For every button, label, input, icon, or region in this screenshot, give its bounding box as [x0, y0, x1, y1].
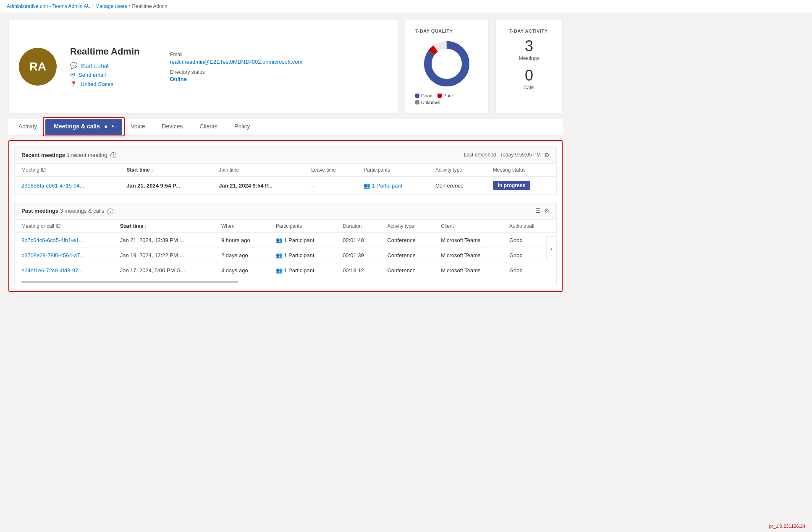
- filter-icon[interactable]: ☰: [535, 207, 541, 214]
- donut-chart: [422, 39, 472, 89]
- location-icon: 📍: [70, 81, 77, 87]
- calls-stat: 0 Calls: [509, 68, 549, 91]
- col-past-participants: Participants: [269, 220, 336, 233]
- tab-devices[interactable]: Devices: [153, 119, 191, 135]
- past-start-time-cell: Jan 21, 2024, 12:39 PM ...: [113, 232, 215, 248]
- past-start-time-cell: Jan 17, 2024, 5:00 PM G...: [113, 263, 215, 278]
- breadcrumb: Administrative unit - Teams Admin AU | M…: [0, 0, 812, 13]
- past-participants-cell: 👥 1 Participant: [269, 248, 336, 263]
- recent-meetings-header: Recent meetings 1 recent meeting i Last …: [15, 146, 556, 164]
- recent-settings-icon[interactable]: ⚙: [544, 151, 550, 158]
- calls-count: 0: [509, 68, 549, 83]
- past-settings-icon[interactable]: ⚙: [544, 207, 550, 214]
- donut-legend: Good Poor: [415, 93, 453, 98]
- location-action[interactable]: 📍 United States: [70, 81, 139, 87]
- col-past-start-label: Start time: [120, 223, 143, 229]
- dir-status-value: Online: [170, 76, 302, 82]
- start-chat-action[interactable]: 💬 Start a chat: [70, 62, 139, 69]
- profile-card: RA Realtime Admin 💬 Start a chat ✉ Send …: [8, 20, 398, 114]
- meeting-id-cell[interactable]: 291838fa-cb61-4715-94...: [15, 177, 120, 195]
- meeting-status-cell: In progress: [486, 177, 556, 195]
- leave-time-cell: --: [304, 177, 357, 195]
- table-row: 291838fa-cb61-4715-94... Jan 21, 2024 9:…: [15, 177, 556, 195]
- recent-info-icon[interactable]: i: [110, 152, 116, 158]
- good-dot: [415, 94, 419, 98]
- legend-good: Good: [415, 93, 432, 98]
- send-email-action[interactable]: ✉ Send email: [70, 71, 139, 78]
- past-info-icon[interactable]: i: [107, 209, 113, 214]
- table-row: 8b7c64c6-6cd5-4fb1-a1... Jan 21, 2024, 1…: [15, 232, 556, 248]
- email-label: Email: [170, 52, 302, 57]
- quality-card-title: 7-DAY QUALITY: [415, 29, 453, 34]
- col-meeting-id: Meeting ID: [15, 164, 120, 177]
- col-activity-type: Activity type: [429, 164, 486, 177]
- poor-dot: [437, 94, 442, 98]
- unknown-dot: [415, 100, 419, 104]
- breadcrumb-sep2: \: [129, 3, 130, 9]
- col-start-time-label: Start time: [126, 167, 149, 173]
- tab-voice[interactable]: Voice: [122, 119, 153, 135]
- breadcrumb-manage-users[interactable]: Manage users: [95, 3, 127, 9]
- recent-meetings-table: Meeting ID Start time ↓ Join time Leave …: [15, 164, 556, 195]
- profile-name: Realtime Admin: [70, 46, 139, 57]
- tab-dot: ●: [104, 123, 107, 130]
- tab-activity[interactable]: Activity: [10, 119, 45, 135]
- call-id-cell[interactable]: b3708e28-78f0-4564-a7...: [15, 248, 113, 263]
- past-count: 3 meetings & calls: [60, 208, 105, 214]
- duration-cell: 00:01:48: [336, 232, 380, 248]
- past-meetings-table: Meeting or call ID Start time ↓ When Par…: [15, 220, 556, 278]
- calls-label: Calls: [509, 85, 549, 91]
- col-when: When: [215, 220, 269, 233]
- activity-card-title: 7-DAY ACTIVITY: [509, 29, 548, 34]
- past-participants-cell: 👥 1 Participant: [269, 232, 336, 248]
- col-duration: Duration: [336, 220, 380, 233]
- join-time-cell: Jan 21, 2024 9:54 P...: [212, 177, 304, 195]
- past-sort-arrow: ↓: [144, 224, 147, 229]
- activity-type-cell: Conference: [429, 177, 486, 195]
- activity-card: 7-DAY ACTIVITY 3 Meetings 0 Calls: [495, 20, 563, 114]
- col-audio-label: Audio quali: [509, 223, 534, 229]
- call-id-cell[interactable]: e24ef1e6-72c9-4fd8-97...: [15, 263, 113, 278]
- unknown-label: Unknown: [421, 100, 440, 105]
- sort-arrow: ↓: [151, 168, 153, 172]
- past-table-header-row: Meeting or call ID Start time ↓ When Par…: [15, 220, 556, 233]
- breadcrumb-current: Realtime Admin: [132, 3, 167, 9]
- col-past-start-time[interactable]: Start time ↓: [113, 220, 215, 233]
- col-meeting-status: Meeting status: [486, 164, 556, 177]
- audio-quality-cell: Good: [503, 263, 556, 278]
- past-activity-cell: Conference: [380, 248, 434, 263]
- duration-cell: 00:01:39: [336, 248, 380, 263]
- past-meetings-header: Past meetings 3 meetings & calls i ☰ ⚙: [15, 202, 556, 219]
- past-title-text: Past meetings 3 meetings & calls: [21, 208, 106, 214]
- recent-meetings-section: Recent meetings 1 recent meeting i Last …: [14, 146, 557, 195]
- start-chat-label: Start a chat: [81, 63, 108, 69]
- client-cell: Microsoft Teams: [434, 263, 503, 278]
- avatar: RA: [19, 48, 57, 86]
- col-join-time: Join time: [212, 164, 304, 177]
- col-start-time[interactable]: Start time ↓: [120, 164, 212, 177]
- col-participants: Participants: [357, 164, 429, 177]
- horizontal-scrollbar[interactable]: [21, 281, 238, 283]
- meetings-label: Meetings: [509, 55, 549, 61]
- legend-unknown: Unknown: [415, 100, 440, 105]
- recent-count: 1 recent meeting: [67, 152, 107, 158]
- email-icon: ✉: [70, 71, 75, 78]
- table-row: b3708e28-78f0-4564-a7... Jan 19, 2024, 1…: [15, 248, 556, 263]
- recent-meetings-title: Recent meetings 1 recent meeting i: [21, 151, 116, 158]
- call-id-cell[interactable]: 8b7c64c6-6cd5-4fb1-a1...: [15, 232, 113, 248]
- past-meetings-title: Past meetings 3 meetings & calls i: [21, 207, 113, 214]
- scroll-right-btn[interactable]: ›: [546, 236, 556, 261]
- tab-clients[interactable]: Clients: [191, 119, 226, 135]
- recent-title-text: Recent meetings 1 recent meeting: [21, 152, 109, 158]
- client-cell: Microsoft Teams: [434, 248, 503, 263]
- email-value[interactable]: realtimeadmin@E2ETest0MBN1P002.onmicroso…: [170, 59, 302, 65]
- past-count-text: 3 meetings & calls: [60, 208, 105, 214]
- when-cell: 4 days ago: [215, 263, 269, 278]
- tab-policy[interactable]: Policy: [226, 119, 258, 135]
- duration-cell: 00:13:12: [336, 263, 380, 278]
- breadcrumb-admin-unit[interactable]: Administrative unit - Teams Admin AU: [7, 3, 91, 9]
- tab-meetings-calls[interactable]: Meetings & calls ●: [45, 119, 122, 135]
- past-activity-cell: Conference: [380, 263, 434, 278]
- tab-meetings-calls-label: Meetings & calls: [54, 123, 100, 130]
- meetings-stat: 3 Meetings: [509, 39, 549, 61]
